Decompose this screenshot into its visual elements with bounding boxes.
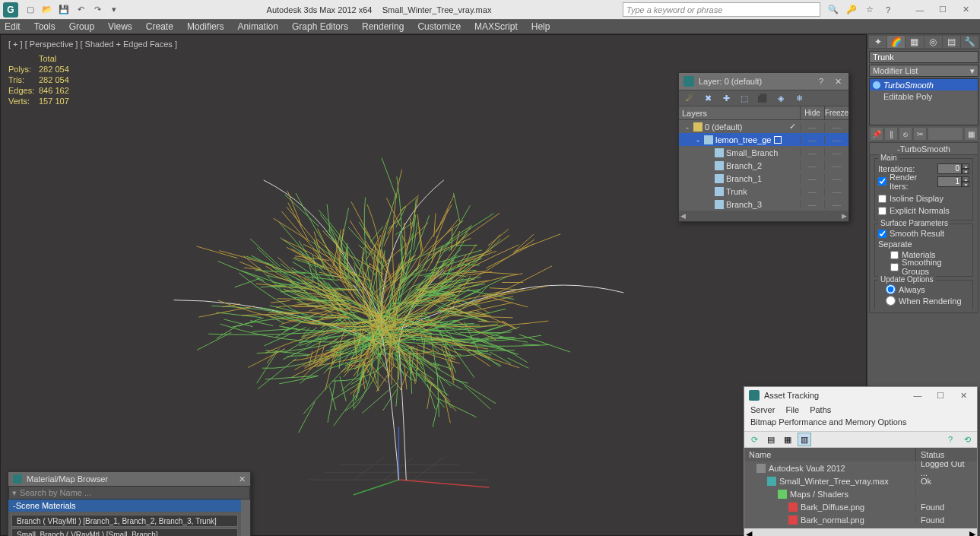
scene-materials-section[interactable]: - Scene Materials xyxy=(8,500,241,512)
layer-dialog-titlebar[interactable]: Layer: 0 (default) ? ✕ xyxy=(679,73,848,90)
undo-icon[interactable]: ↶ xyxy=(75,4,87,16)
menu-edit[interactable]: Edit xyxy=(5,21,21,32)
menu-tools[interactable]: Tools xyxy=(34,21,56,32)
new-icon[interactable]: ▢ xyxy=(24,4,36,16)
options-icon[interactable]: ⟲ xyxy=(960,433,974,446)
asset-row[interactable]: Autodesk Vault 2012Logged Out ... xyxy=(744,461,977,474)
col-name[interactable]: Name xyxy=(744,448,916,461)
spinner-down-icon[interactable]: ▾ xyxy=(962,169,969,174)
layer-row[interactable]: Branch_2—— xyxy=(679,159,848,172)
smoothing-groups-checkbox[interactable] xyxy=(890,263,899,271)
tab-hierarchy-icon[interactable]: ▦ xyxy=(905,36,923,48)
layer-row[interactable]: Branch_1—— xyxy=(679,172,848,185)
help-search-input[interactable]: Type a keyword or phrase xyxy=(623,2,820,17)
layer-row[interactable]: -0 (default)✓—— xyxy=(679,120,848,133)
view-tree-icon[interactable]: ▦ xyxy=(781,433,794,446)
modifier-stack[interactable]: TurboSmooth Editable Poly xyxy=(869,78,978,125)
layer-row[interactable]: Small_Branch—— xyxy=(679,146,848,159)
hide-layer-icon[interactable]: ◈ xyxy=(775,92,787,104)
asset-row[interactable]: Bark_normal.pngFound xyxy=(744,513,977,526)
spinner-up-icon[interactable]: ▴ xyxy=(962,163,969,169)
asset-row[interactable]: Maps / Shaders xyxy=(744,487,977,500)
help-icon[interactable]: ? xyxy=(881,3,895,17)
freeze-layer-icon[interactable]: ❄ xyxy=(793,92,805,104)
render-iters-input[interactable] xyxy=(937,176,962,187)
help-icon[interactable]: ? xyxy=(815,75,827,87)
material-item[interactable]: Small_Branch ( VRayMtl ) [Small_Branch] xyxy=(11,528,238,536)
material-vscroll[interactable] xyxy=(241,500,250,536)
menu-group[interactable]: Group xyxy=(69,21,94,32)
view-table-icon[interactable]: ▥ xyxy=(798,433,811,446)
open-icon[interactable]: 📂 xyxy=(41,4,53,16)
refresh-icon[interactable]: ⟳ xyxy=(747,433,761,446)
material-browser-titlebar[interactable]: Material/Map Browser ✕ xyxy=(8,472,250,486)
search-icon[interactable]: 🔍 xyxy=(826,3,840,17)
redo-icon[interactable]: ↷ xyxy=(91,4,103,16)
configure-sets-icon[interactable]: ▦ xyxy=(965,128,977,140)
layer-tree[interactable]: -0 (default)✓——-lemon_tree_geo_2——Small_… xyxy=(679,120,848,211)
layer-row[interactable]: Branch_3—— xyxy=(679,198,848,211)
menu-file[interactable]: File xyxy=(785,405,799,417)
asset-hscroll[interactable]: ◀▶ xyxy=(744,528,977,536)
new-layer-icon[interactable]: ☄ xyxy=(683,92,696,104)
show-end-result-icon[interactable]: ∥ xyxy=(885,128,897,140)
make-unique-icon[interactable]: ⎋ xyxy=(899,128,912,140)
menu-animation[interactable]: Animation xyxy=(238,21,278,32)
stack-item-turbosmooth[interactable]: TurboSmooth xyxy=(870,79,978,90)
tab-modify-icon[interactable]: 🌈 xyxy=(887,36,905,48)
close-icon[interactable]: ✕ xyxy=(832,75,844,87)
close-button[interactable]: ✕ xyxy=(954,389,972,402)
tab-create-icon[interactable]: ✦ xyxy=(869,36,886,48)
highlight-layer-icon[interactable]: ⬛ xyxy=(756,92,769,104)
save-icon[interactable]: 💾 xyxy=(58,4,70,16)
asset-tracking-titlebar[interactable]: Asset Tracking — ☐ ✕ xyxy=(744,387,977,404)
help-icon[interactable]: ? xyxy=(944,433,957,446)
isoline-checkbox[interactable] xyxy=(878,195,886,203)
col-hide[interactable]: Hide xyxy=(800,106,824,119)
object-name-field[interactable]: Trunk xyxy=(869,51,978,63)
close-icon[interactable]: ✕ xyxy=(239,474,246,484)
explicit-normals-checkbox[interactable] xyxy=(878,207,886,215)
update-always-radio[interactable] xyxy=(886,284,896,294)
materials-checkbox[interactable] xyxy=(890,251,899,259)
qat-dropdown-icon[interactable]: ▾ xyxy=(108,4,120,16)
stack-item-editable-poly[interactable]: Editable Poly xyxy=(870,90,978,102)
col-layers[interactable]: Layers xyxy=(679,106,800,119)
menu-views[interactable]: Views xyxy=(108,21,132,32)
close-button[interactable]: ✕ xyxy=(954,2,977,17)
render-iters-checkbox[interactable] xyxy=(878,177,886,186)
maximize-button[interactable]: ☐ xyxy=(931,2,954,17)
layer-row[interactable]: Trunk—— xyxy=(679,185,848,198)
menu-modifiers[interactable]: Modifiers xyxy=(187,21,224,32)
modifier-list-dropdown[interactable]: Modifier List▾ xyxy=(869,65,978,77)
menu-rendering[interactable]: Rendering xyxy=(362,21,404,32)
delete-layer-icon[interactable]: ✖ xyxy=(702,92,714,104)
spinner-down-icon[interactable]: ▾ xyxy=(962,182,969,187)
remove-modifier-icon[interactable]: ✂ xyxy=(914,128,926,140)
material-search-input[interactable]: ▾ Search by Name ... xyxy=(8,486,250,500)
update-when-rendering-radio[interactable] xyxy=(886,296,896,306)
spinner-up-icon[interactable]: ▴ xyxy=(962,176,969,182)
add-to-layer-icon[interactable]: ✚ xyxy=(720,92,732,104)
layer-hscroll[interactable]: ◀▶ xyxy=(679,211,848,221)
key-icon[interactable]: 🔑 xyxy=(845,3,858,17)
dropdown-icon[interactable]: ▾ xyxy=(12,488,17,498)
menu-graph-editors[interactable]: Graph Editors xyxy=(292,21,348,32)
material-item[interactable]: Branch ( VRayMtl ) [Branch_1, Branch_2, … xyxy=(11,515,238,527)
asset-row[interactable]: Bark_Diffuse.pngFound xyxy=(744,500,977,513)
viewport-label[interactable]: [ + ] [ Perspective ] [ Shaded + Edged F… xyxy=(8,40,177,49)
smooth-result-checkbox[interactable] xyxy=(878,230,886,238)
star-icon[interactable]: ☆ xyxy=(863,3,877,17)
menu-maxscript[interactable]: MAXScript xyxy=(474,21,518,32)
menu-bitmap-options[interactable]: Bitmap Performance and Memory Options xyxy=(750,417,906,430)
bulb-icon[interactable] xyxy=(873,81,880,89)
layer-row[interactable]: -lemon_tree_geo_2—— xyxy=(679,133,848,146)
maximize-button[interactable]: ☐ xyxy=(931,389,950,402)
minimize-button[interactable]: — xyxy=(909,2,931,17)
menu-help[interactable]: Help xyxy=(531,21,550,32)
view-list-icon[interactable]: ▤ xyxy=(764,433,778,446)
col-freeze[interactable]: Freeze xyxy=(824,106,848,119)
menu-server[interactable]: Server xyxy=(750,405,775,417)
tab-display-icon[interactable]: ▤ xyxy=(943,36,960,48)
col-status[interactable]: Status xyxy=(916,448,977,461)
